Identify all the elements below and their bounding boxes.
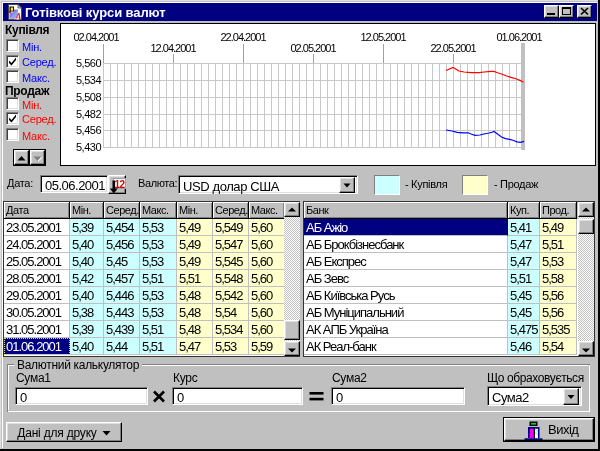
svg-text:12.05.2001: 12.05.2001 — [360, 31, 406, 43]
svg-text:12: 12 — [114, 179, 125, 190]
svg-text:5,508: 5,508 — [76, 91, 101, 103]
svg-text:22.04.2001: 22.04.2001 — [220, 31, 266, 43]
svg-text:22.05.2001: 22.05.2001 — [430, 42, 476, 54]
svg-text:02.05.2001: 02.05.2001 — [290, 42, 336, 54]
svg-text:5,456: 5,456 — [76, 124, 101, 136]
svg-text:5,430: 5,430 — [76, 141, 101, 153]
svg-text:12.04.2001: 12.04.2001 — [150, 42, 196, 54]
svg-text:02.04.2001: 02.04.2001 — [73, 31, 119, 43]
svg-text:5,482: 5,482 — [76, 108, 101, 120]
svg-text:A: A — [14, 12, 21, 20]
svg-text:01.06.2001: 01.06.2001 — [496, 31, 542, 43]
svg-text:5,560: 5,560 — [76, 57, 101, 69]
svg-text:5,534: 5,534 — [76, 74, 101, 86]
